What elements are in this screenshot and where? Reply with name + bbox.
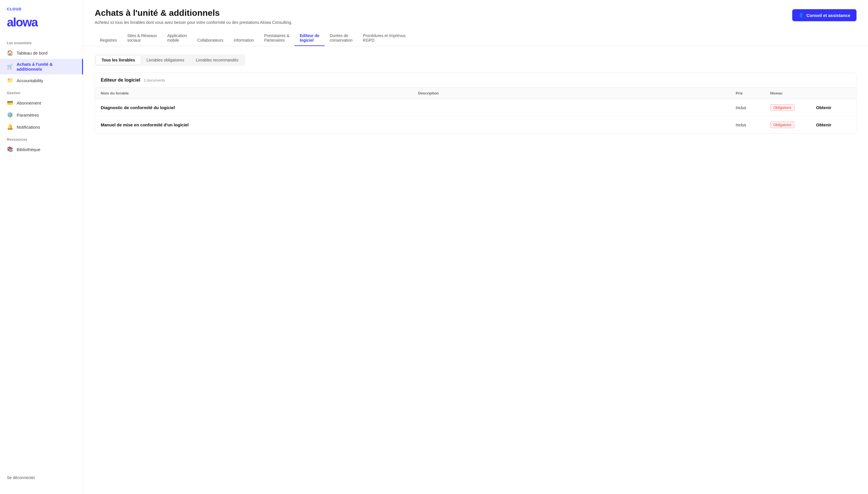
folder-icon: 📁	[7, 77, 13, 83]
table-header: Nom du livrable Description Prix Niveau	[95, 88, 856, 99]
sidebar-item-abonnement[interactable]: 💳 Abonnement	[0, 97, 83, 109]
sidebar-item-accountability-label: Accountability	[17, 78, 43, 83]
row-1-name: Diagnostic de conformité du logiciel	[101, 105, 418, 110]
filter-tab-tous[interactable]: Tous les livrables	[96, 55, 141, 64]
gear-icon: ⚙️	[7, 112, 13, 118]
top-tabs: Registres Sites & Réseauxsociaux Applica…	[95, 31, 411, 46]
section-ressources-label: Ressources	[0, 137, 83, 141]
tab-prestataires[interactable]: Prestataires &Partenaires	[259, 31, 295, 46]
sidebar-item-abonnement-label: Abonnement	[17, 100, 41, 106]
sidebar-item-achats[interactable]: 🛒 Achats à l'unité & additionnels	[0, 59, 83, 74]
sidebar-bottom: Se déconnecter	[0, 468, 83, 487]
tab-procedures-imprevus[interactable]: Procédures et ImprévusRGPD	[358, 31, 411, 46]
col-nom: Nom du livrable	[101, 91, 418, 95]
tab-durees-conservation[interactable]: Durées deconservation	[324, 31, 358, 46]
row-1-niveau: Obligatoire	[770, 104, 816, 111]
page-title: Achats à l'unité & additionnels	[95, 8, 411, 18]
tab-editeur-logiciel[interactable]: Editeur delogiciel	[295, 31, 324, 46]
home-icon: 🏠	[7, 50, 13, 56]
cart-icon: 🛒	[7, 63, 13, 70]
page-subtitle: Achetez ici tous les livrables dont vous…	[95, 20, 411, 25]
credit-card-icon: 💳	[7, 100, 13, 106]
conseil-icon: 👤	[798, 13, 804, 18]
section-header: Editeur de logiciel 2 documents	[95, 73, 856, 88]
tab-information[interactable]: Information	[229, 35, 259, 46]
main-content: Achats à l'unité & additionnels Achetez …	[83, 0, 868, 494]
tab-collaborateurs[interactable]: Collaborateurs	[192, 35, 229, 46]
tab-application-mobile[interactable]: Applicationmobile	[162, 31, 192, 46]
page-header: Achats à l'unité & additionnels Achetez …	[83, 0, 868, 46]
section-essentiels-label: Les essentiels	[0, 41, 83, 45]
signout-link[interactable]: Se déconnecter	[7, 475, 35, 480]
logo-cloud-label: CLOUD	[7, 7, 38, 11]
sidebar-item-accountability[interactable]: 📁 Accountability	[0, 74, 83, 87]
row-2-action[interactable]: Obtenir	[816, 122, 850, 128]
sidebar-item-tableau-de-bord[interactable]: 🏠 Tableau de bord	[0, 47, 83, 59]
obtenir-button-1[interactable]: Obtenir	[816, 105, 831, 110]
sidebar-item-notifications-label: Notifications	[17, 125, 40, 130]
sidebar-item-bibliotheque[interactable]: 📚 Bibliothèque	[0, 143, 83, 155]
filter-tab-recommandes[interactable]: Livrables recommandés	[190, 55, 244, 64]
tab-registres[interactable]: Registres	[95, 35, 122, 46]
conseil-button-label: Conseil et assistance	[806, 13, 850, 18]
badge-obligatoire: Obligatoire	[770, 104, 794, 111]
section-gestion-label: Gestion	[0, 91, 83, 95]
col-niveau: Niveau	[770, 91, 816, 95]
row-2-name: Manuel de mise en conformité d'un logici…	[101, 122, 418, 127]
sidebar-item-parametres-label: Paramètres	[17, 113, 39, 117]
bell-icon: 🔔	[7, 124, 13, 130]
sidebar-item-achats-label: Achats à l'unité & additionnels	[17, 62, 75, 72]
row-2-prix: Inclus	[736, 122, 770, 127]
row-1-prix: Inclus	[736, 106, 770, 110]
table-row: Manuel de mise en conformité d'un logici…	[95, 116, 856, 133]
col-prix: Prix	[736, 91, 770, 95]
table-row: Diagnostic de conformité du logiciel Inc…	[95, 99, 856, 116]
sidebar: CLOUD alowa Les essentiels 🏠 Tableau de …	[0, 0, 83, 494]
row-2-niveau: Obligatoire	[770, 121, 816, 128]
col-description: Description	[418, 91, 736, 95]
badge-obligatoire-2: Obligatoire	[770, 121, 794, 128]
doc-count: 2 documents	[144, 78, 165, 82]
section-editeur-logiciel: Editeur de logiciel 2 documents Nom du l…	[95, 73, 856, 134]
sidebar-item-parametres[interactable]: ⚙️ Paramètres	[0, 109, 83, 121]
filter-tab-obligatoires[interactable]: Livrables obligatoires	[141, 55, 190, 64]
header-left: Achats à l'unité & additionnels Achetez …	[95, 8, 411, 46]
sidebar-item-tableau-de-bord-label: Tableau de bord	[17, 51, 48, 55]
sidebar-item-bibliotheque-label: Bibliothèque	[17, 147, 40, 152]
section-title: Editeur de logiciel	[101, 78, 140, 83]
logo: CLOUD alowa	[7, 7, 76, 28]
sidebar-item-notifications[interactable]: 🔔 Notifications	[0, 121, 83, 133]
logo-area: CLOUD alowa	[0, 7, 83, 37]
conseil-button[interactable]: 👤 Conseil et assistance	[792, 9, 856, 21]
obtenir-button-2[interactable]: Obtenir	[816, 122, 831, 127]
filter-tabs: Tous les livrables Livrables obligatoire…	[95, 54, 245, 66]
col-action	[816, 91, 850, 95]
tab-sites-reseaux[interactable]: Sites & Réseauxsociaux	[122, 31, 162, 46]
content-area: Tous les livrables Livrables obligatoire…	[83, 46, 868, 494]
logo-alowa-label: alowa	[7, 16, 38, 28]
books-icon: 📚	[7, 146, 13, 152]
row-1-action[interactable]: Obtenir	[816, 105, 850, 110]
